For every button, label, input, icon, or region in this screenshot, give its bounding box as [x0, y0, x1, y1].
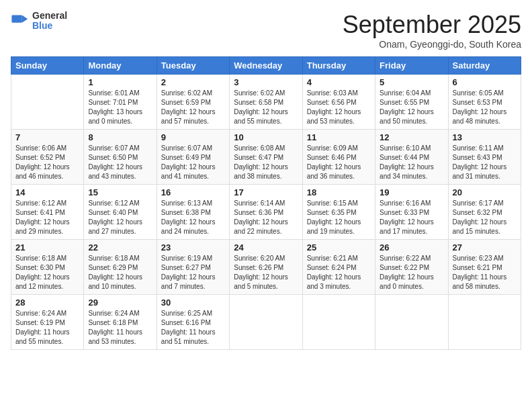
day-number: 5: [380, 77, 443, 87]
svg-rect-0: [11, 15, 21, 23]
calendar-cell: 13Sunrise: 6:11 AM Sunset: 6:43 PM Dayli…: [448, 130, 521, 185]
calendar-cell: 29Sunrise: 6:24 AM Sunset: 6:18 PM Dayli…: [84, 295, 157, 350]
calendar-week-row: 21Sunrise: 6:18 AM Sunset: 6:30 PM Dayli…: [11, 240, 521, 295]
day-info: Sunrise: 6:12 AM Sunset: 6:41 PM Dayligh…: [15, 199, 79, 236]
day-info: Sunrise: 6:06 AM Sunset: 6:52 PM Dayligh…: [15, 144, 79, 181]
day-number: 14: [15, 187, 79, 197]
calendar-cell: 19Sunrise: 6:16 AM Sunset: 6:33 PM Dayli…: [375, 185, 448, 240]
calendar-cell: 11Sunrise: 6:09 AM Sunset: 6:46 PM Dayli…: [302, 130, 375, 185]
day-number: 1: [88, 77, 152, 87]
day-number: 30: [161, 298, 225, 308]
weekday-header-sunday: Sunday: [11, 57, 84, 75]
day-number: 29: [88, 298, 152, 308]
calendar-cell: 10Sunrise: 6:08 AM Sunset: 6:47 PM Dayli…: [230, 130, 302, 185]
weekday-header-thursday: Thursday: [302, 57, 375, 75]
weekday-header-tuesday: Tuesday: [157, 57, 229, 75]
logo-general: General: [32, 11, 67, 21]
day-info: Sunrise: 6:13 AM Sunset: 6:38 PM Dayligh…: [161, 199, 225, 236]
calendar-cell: 8Sunrise: 6:07 AM Sunset: 6:50 PM Daylig…: [84, 130, 157, 185]
calendar-table: SundayMondayTuesdayWednesdayThursdayFrid…: [11, 56, 521, 350]
day-info: Sunrise: 6:19 AM Sunset: 6:27 PM Dayligh…: [161, 254, 225, 291]
calendar-cell: 12Sunrise: 6:10 AM Sunset: 6:44 PM Dayli…: [375, 130, 448, 185]
day-info: Sunrise: 6:24 AM Sunset: 6:19 PM Dayligh…: [15, 309, 79, 347]
day-number: 28: [15, 298, 79, 308]
calendar-cell: 4Sunrise: 6:03 AM Sunset: 6:56 PM Daylig…: [302, 75, 375, 130]
calendar-week-row: 7Sunrise: 6:06 AM Sunset: 6:52 PM Daylig…: [11, 130, 521, 185]
calendar-cell: 20Sunrise: 6:17 AM Sunset: 6:32 PM Dayli…: [448, 185, 521, 240]
weekday-header-friday: Friday: [375, 57, 448, 75]
day-number: 17: [234, 187, 298, 197]
calendar-cell: 28Sunrise: 6:24 AM Sunset: 6:19 PM Dayli…: [11, 295, 84, 350]
day-info: Sunrise: 6:09 AM Sunset: 6:46 PM Dayligh…: [307, 144, 371, 181]
day-number: 20: [453, 187, 517, 197]
day-info: Sunrise: 6:21 AM Sunset: 6:24 PM Dayligh…: [307, 254, 371, 291]
day-info: Sunrise: 6:12 AM Sunset: 6:40 PM Dayligh…: [88, 199, 152, 236]
calendar-week-row: 1Sunrise: 6:01 AM Sunset: 7:01 PM Daylig…: [11, 75, 521, 130]
day-number: 10: [234, 132, 298, 142]
day-info: Sunrise: 6:20 AM Sunset: 6:26 PM Dayligh…: [234, 254, 298, 291]
calendar-cell: 1Sunrise: 6:01 AM Sunset: 7:01 PM Daylig…: [84, 75, 157, 130]
day-info: Sunrise: 6:17 AM Sunset: 6:32 PM Dayligh…: [453, 199, 517, 236]
calendar-cell: 6Sunrise: 6:05 AM Sunset: 6:53 PM Daylig…: [448, 75, 521, 130]
svg-marker-1: [22, 15, 28, 23]
day-number: 15: [88, 187, 152, 197]
day-number: 3: [234, 77, 298, 87]
day-info: Sunrise: 6:04 AM Sunset: 6:55 PM Dayligh…: [380, 89, 443, 126]
day-info: Sunrise: 6:25 AM Sunset: 6:16 PM Dayligh…: [161, 309, 225, 347]
weekday-header-saturday: Saturday: [448, 57, 521, 75]
logo-icon: [11, 11, 30, 30]
calendar-cell: [230, 295, 302, 350]
calendar-cell: [302, 295, 375, 350]
day-number: 27: [453, 242, 517, 253]
day-info: Sunrise: 6:16 AM Sunset: 6:33 PM Dayligh…: [380, 199, 443, 236]
day-info: Sunrise: 6:05 AM Sunset: 6:53 PM Dayligh…: [453, 89, 517, 126]
location: Onam, Gyeonggi-do, South Korea: [343, 39, 521, 50]
day-info: Sunrise: 6:10 AM Sunset: 6:44 PM Dayligh…: [380, 144, 443, 181]
logo-blue: Blue: [32, 21, 67, 31]
weekday-header-monday: Monday: [84, 57, 157, 75]
calendar-cell: [448, 295, 521, 350]
day-number: 9: [161, 132, 225, 142]
day-info: Sunrise: 6:01 AM Sunset: 7:01 PM Dayligh…: [88, 89, 152, 126]
day-info: Sunrise: 6:07 AM Sunset: 6:49 PM Dayligh…: [161, 144, 225, 181]
calendar-cell: 25Sunrise: 6:21 AM Sunset: 6:24 PM Dayli…: [302, 240, 375, 295]
day-info: Sunrise: 6:15 AM Sunset: 6:35 PM Dayligh…: [307, 199, 371, 236]
calendar-cell: 23Sunrise: 6:19 AM Sunset: 6:27 PM Dayli…: [157, 240, 229, 295]
day-number: 18: [307, 187, 371, 197]
calendar-cell: 24Sunrise: 6:20 AM Sunset: 6:26 PM Dayli…: [230, 240, 302, 295]
logo: General Blue: [11, 11, 67, 32]
title-block: September 2025 Onam, Gyeonggi-do, South …: [343, 11, 521, 50]
calendar-cell: 7Sunrise: 6:06 AM Sunset: 6:52 PM Daylig…: [11, 130, 84, 185]
day-number: 23: [161, 242, 225, 253]
calendar-cell: 9Sunrise: 6:07 AM Sunset: 6:49 PM Daylig…: [157, 130, 229, 185]
calendar-cell: 18Sunrise: 6:15 AM Sunset: 6:35 PM Dayli…: [302, 185, 375, 240]
month-title: September 2025: [343, 11, 521, 39]
calendar-cell: 27Sunrise: 6:23 AM Sunset: 6:21 PM Dayli…: [448, 240, 521, 295]
calendar-cell: 22Sunrise: 6:18 AM Sunset: 6:29 PM Dayli…: [84, 240, 157, 295]
day-number: 4: [307, 77, 371, 87]
day-number: 26: [380, 242, 443, 253]
day-number: 11: [307, 132, 371, 142]
day-number: 6: [453, 77, 517, 87]
calendar-cell: 14Sunrise: 6:12 AM Sunset: 6:41 PM Dayli…: [11, 185, 84, 240]
day-number: 24: [234, 242, 298, 253]
calendar-week-row: 14Sunrise: 6:12 AM Sunset: 6:41 PM Dayli…: [11, 185, 521, 240]
weekday-header-row: SundayMondayTuesdayWednesdayThursdayFrid…: [11, 57, 521, 75]
day-info: Sunrise: 6:18 AM Sunset: 6:30 PM Dayligh…: [15, 254, 79, 291]
calendar-cell: 30Sunrise: 6:25 AM Sunset: 6:16 PM Dayli…: [157, 295, 229, 350]
day-info: Sunrise: 6:18 AM Sunset: 6:29 PM Dayligh…: [88, 254, 152, 291]
day-number: 19: [380, 187, 443, 197]
calendar-cell: 5Sunrise: 6:04 AM Sunset: 6:55 PM Daylig…: [375, 75, 448, 130]
day-info: Sunrise: 6:14 AM Sunset: 6:36 PM Dayligh…: [234, 199, 298, 236]
calendar-cell: 26Sunrise: 6:22 AM Sunset: 6:22 PM Dayli…: [375, 240, 448, 295]
day-info: Sunrise: 6:23 AM Sunset: 6:21 PM Dayligh…: [453, 254, 517, 291]
calendar-cell: [375, 295, 448, 350]
calendar-cell: 15Sunrise: 6:12 AM Sunset: 6:40 PM Dayli…: [84, 185, 157, 240]
day-number: 2: [161, 77, 225, 87]
day-info: Sunrise: 6:03 AM Sunset: 6:56 PM Dayligh…: [307, 89, 371, 126]
day-number: 16: [161, 187, 225, 197]
day-info: Sunrise: 6:07 AM Sunset: 6:50 PM Dayligh…: [88, 144, 152, 181]
day-info: Sunrise: 6:24 AM Sunset: 6:18 PM Dayligh…: [88, 309, 152, 347]
calendar-cell: 17Sunrise: 6:14 AM Sunset: 6:36 PM Dayli…: [230, 185, 302, 240]
day-number: 8: [88, 132, 152, 142]
